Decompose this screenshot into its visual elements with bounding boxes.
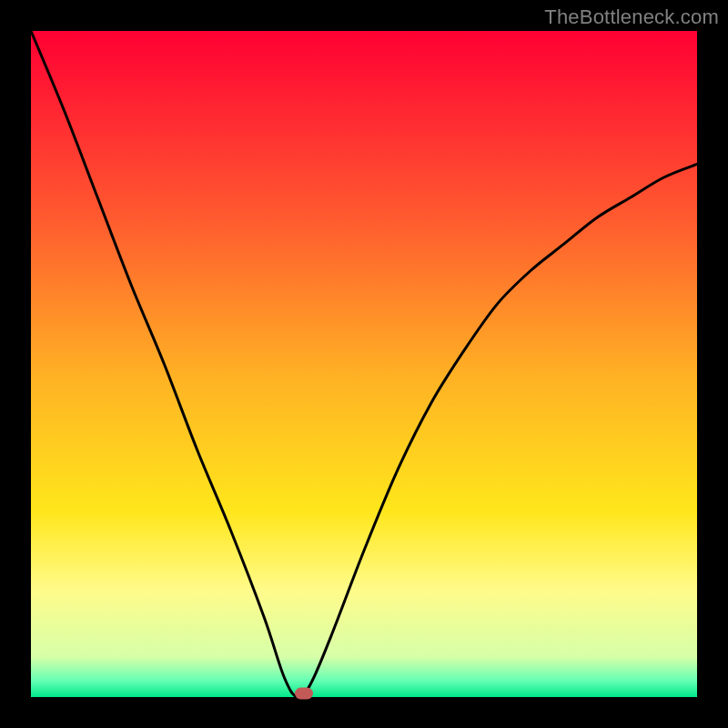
sweet-spot-marker — [295, 687, 313, 699]
chart-svg — [31, 31, 697, 697]
plot-area — [31, 31, 697, 697]
chart-container: TheBottleneck.com — [0, 0, 728, 728]
gradient-background — [31, 31, 697, 697]
watermark-text: TheBottleneck.com — [544, 5, 719, 29]
